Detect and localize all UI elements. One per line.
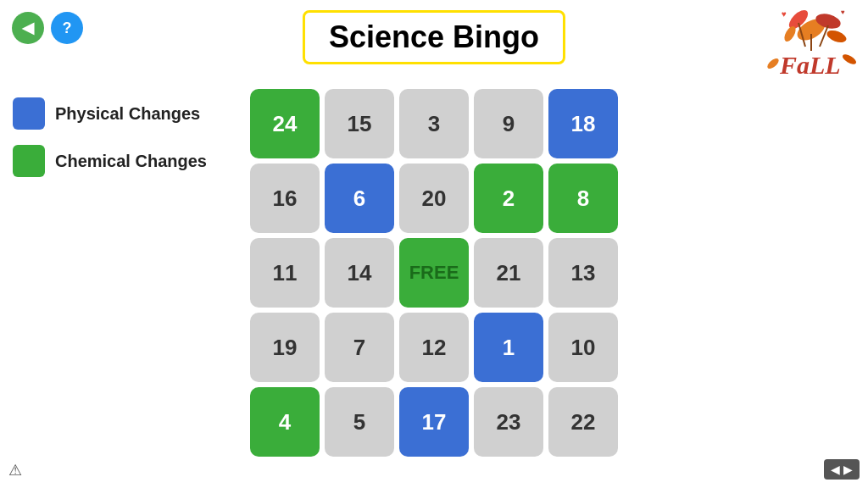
nav-buttons: ◀ ? — [12, 12, 83, 44]
bingo-cell-5[interactable]: 18 — [548, 89, 618, 158]
title-container: Science Bingo — [303, 10, 565, 64]
bingo-cell-20[interactable]: 10 — [548, 313, 618, 382]
bingo-cell-22[interactable]: 5 — [325, 387, 394, 457]
bingo-cell-6[interactable]: 16 — [250, 164, 320, 233]
bingo-cell-1[interactable]: 24 — [250, 89, 320, 158]
bingo-cell-8[interactable]: 20 — [399, 164, 469, 233]
bingo-cell-3[interactable]: 3 — [399, 89, 469, 158]
bingo-cell-14[interactable]: 21 — [474, 238, 543, 308]
svg-point-3 — [826, 28, 849, 44]
legend-chemical: Chemical Changes — [13, 145, 207, 177]
legend-physical: Physical Changes — [13, 97, 207, 130]
bingo-cell-25[interactable]: 22 — [548, 387, 618, 457]
expand-button[interactable]: ◀ ▶ — [824, 459, 860, 480]
fall-decoration: ♥ ♥ FaLL — [765, 4, 858, 85]
bingo-cell-10[interactable]: 8 — [548, 164, 618, 233]
svg-text:FaLL: FaLL — [779, 51, 841, 79]
bingo-cell-11[interactable]: 11 — [250, 238, 320, 308]
bingo-cell-17[interactable]: 7 — [325, 313, 394, 382]
bottom-left-icon: ⚠ — [8, 461, 22, 480]
chemical-label: Chemical Changes — [55, 152, 207, 171]
back-button[interactable]: ◀ — [12, 12, 44, 44]
page-title: Science Bingo — [329, 19, 539, 54]
bingo-cell-15[interactable]: 13 — [548, 238, 618, 308]
svg-point-11 — [765, 57, 780, 70]
bingo-cell-24[interactable]: 23 — [474, 387, 543, 457]
svg-point-12 — [841, 53, 858, 66]
chemical-swatch — [13, 145, 45, 177]
bingo-cell-23[interactable]: 17 — [399, 387, 469, 457]
svg-text:♥: ♥ — [782, 9, 787, 19]
bingo-cell-13[interactable]: FREE — [399, 238, 469, 308]
bingo-cell-19[interactable]: 1 — [474, 313, 543, 382]
bingo-cell-9[interactable]: 2 — [474, 164, 543, 233]
svg-text:♥: ♥ — [841, 8, 845, 16]
help-button[interactable]: ? — [51, 12, 83, 44]
bingo-cell-4[interactable]: 9 — [474, 89, 543, 158]
bottom-controls: ◀ ▶ — [824, 459, 860, 480]
legend: Physical Changes Chemical Changes — [13, 97, 207, 192]
bingo-cell-16[interactable]: 19 — [250, 313, 320, 382]
bingo-cell-7[interactable]: 6 — [325, 164, 394, 233]
physical-swatch — [13, 97, 45, 130]
bingo-grid: 2415391816620281114FREE21131971211045172… — [250, 89, 618, 457]
physical-label: Physical Changes — [55, 104, 200, 124]
bingo-cell-2[interactable]: 15 — [325, 89, 394, 158]
bingo-cell-21[interactable]: 4 — [250, 387, 320, 457]
bingo-cell-12[interactable]: 14 — [325, 238, 394, 308]
bingo-cell-18[interactable]: 12 — [399, 313, 469, 382]
